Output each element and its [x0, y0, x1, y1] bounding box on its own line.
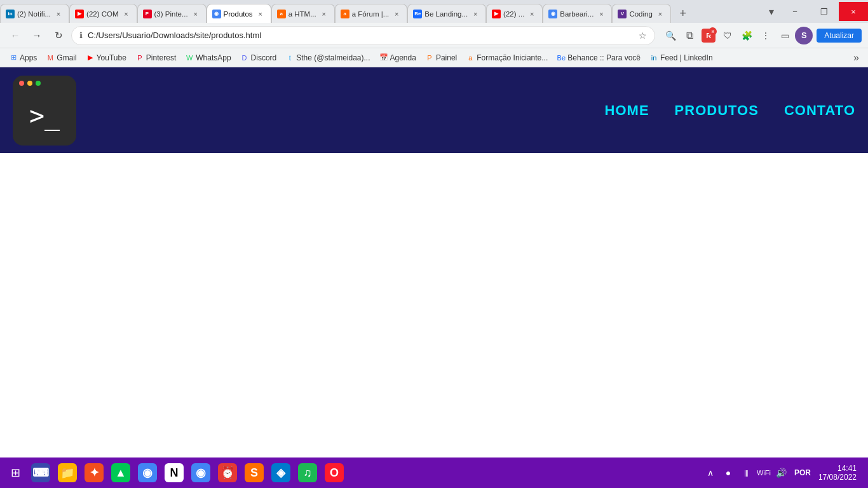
taskbar-app-keyboard[interactable]: ⌨: [28, 460, 53, 485]
tab-bar: in(2) Notifi...×▶(22) COM×P(3) Pinte...×…: [0, 0, 868, 23]
search-icon[interactable]: 🔍: [661, 27, 679, 44]
tab-favicon: ◉: [212, 10, 221, 18]
taskbar-app-chrome[interactable]: ◉: [135, 460, 160, 485]
tab-tab10[interactable]: VCoding×: [612, 4, 670, 23]
profile-dropdown-button[interactable]: ▾: [763, 4, 780, 19]
taskbar-tray: ∧ ● ||| WiFi 🔊 POR 14:41 17/08/2022: [703, 464, 864, 482]
nav-home[interactable]: HOME: [605, 102, 649, 119]
shield-icon[interactable]: 🛡: [719, 27, 736, 44]
update-button[interactable]: Atualizar: [817, 29, 862, 43]
terminal-symbol: >_: [29, 101, 60, 130]
tab-close-button[interactable]: ×: [391, 9, 402, 19]
tab-tab9[interactable]: ◉Barbeari...×: [543, 4, 612, 23]
keyboard-icon: ⌨: [31, 463, 50, 482]
puzzle-icon[interactable]: 🧩: [738, 27, 756, 44]
address-text: C:/Users/Usuario/Downloads/site/produtos…: [88, 30, 634, 40]
minimize-button[interactable]: −: [780, 2, 810, 21]
bookmark-icon: P: [135, 53, 144, 62]
clock-app-icon: ⏰: [218, 463, 237, 482]
taskbar-app-chrome2[interactable]: ◉: [188, 460, 214, 485]
profile-avatar[interactable]: S: [795, 27, 813, 44]
bookmark-item[interactable]: BeBehance :: Para você: [553, 50, 644, 65]
maximize-button[interactable]: ❐: [810, 2, 839, 21]
taskbar-app-spotify[interactable]: ♫: [295, 460, 320, 485]
nav-produtos[interactable]: PRODUTOS: [675, 102, 759, 119]
bookmark-item[interactable]: DDiscord: [236, 50, 281, 65]
tab-close-button[interactable]: ×: [655, 9, 665, 19]
tab-favicon: a: [341, 10, 349, 18]
tab-favicon: V: [618, 10, 627, 18]
taskbar-app-figma[interactable]: ✦: [81, 460, 107, 485]
nav-contato[interactable]: CONTATO: [784, 102, 855, 119]
taskbar-app-sublime[interactable]: S: [241, 460, 267, 485]
taskbar-app-vectornator[interactable]: ▲: [108, 460, 133, 485]
protocol-icon: ℹ: [79, 30, 83, 40]
dot-yellow: [27, 81, 32, 86]
dot-green: [36, 81, 41, 86]
tab-title: Be Landing...: [424, 10, 468, 18]
bookmark-item[interactable]: MGmail: [42, 50, 80, 65]
tray-volume-icon[interactable]: 🔊: [774, 465, 789, 480]
forward-button[interactable]: →: [28, 27, 46, 44]
bookmark-item[interactable]: WWhatsApp: [181, 50, 234, 65]
back-button[interactable]: ←: [6, 27, 24, 44]
taskbar-app-notion[interactable]: N: [161, 460, 187, 485]
tab-tab8[interactable]: ▶(22) ...×: [486, 4, 543, 23]
bookmark-item[interactable]: aFormação Iniciante...: [462, 50, 552, 65]
start-button[interactable]: ⊞: [4, 461, 27, 484]
tab-close-button[interactable]: ×: [470, 9, 480, 19]
taskbar-app-opera[interactable]: O: [322, 460, 347, 485]
bookmark-item[interactable]: PPinterest: [132, 50, 180, 65]
bookmark-item[interactable]: 📅Agenda: [376, 50, 420, 65]
close-button[interactable]: ×: [839, 2, 868, 21]
tab-title: Coding: [629, 10, 652, 18]
bookmarks-more-button[interactable]: »: [850, 51, 863, 65]
taskbar-app-file-explorer[interactable]: 📁: [55, 460, 80, 485]
tab-tab6[interactable]: aa Fórum |...×: [335, 4, 408, 23]
taskbar-app-vscode[interactable]: ◈: [268, 460, 294, 485]
extensions-icon[interactable]: ⧉: [681, 27, 698, 44]
tab-tab3[interactable]: P(3) Pinte...×: [137, 4, 207, 23]
tab-close-button[interactable]: ×: [121, 9, 132, 19]
tray-signal-icon[interactable]: |||: [738, 465, 754, 480]
tab-tab5[interactable]: aa HTM...×: [271, 4, 335, 23]
tab-close-button[interactable]: ×: [191, 9, 201, 19]
bookmark-icon: a: [466, 53, 475, 62]
tab-close-button[interactable]: ×: [255, 9, 266, 19]
taskbar-app-clock-app[interactable]: ⏰: [215, 460, 240, 485]
tray-arrow-icon[interactable]: ∧: [703, 465, 718, 480]
sublime-icon: S: [245, 463, 264, 482]
tab-tab2[interactable]: ▶(22) COM×: [69, 4, 137, 23]
tray-language[interactable]: POR: [792, 468, 813, 477]
reload-button[interactable]: ↻: [50, 27, 67, 44]
address-input-wrap[interactable]: ℹ C:/Users/Usuario/Downloads/site/produt…: [71, 26, 655, 45]
star-icon[interactable]: ☆: [639, 30, 647, 41]
tray-wifi-icon[interactable]: WiFi: [756, 465, 771, 480]
tab-close-button[interactable]: ×: [319, 9, 329, 19]
bookmark-item[interactable]: ▶YouTube: [82, 50, 130, 65]
tab-title: Barbeari...: [560, 10, 593, 18]
bookmark-icon: 📅: [379, 53, 388, 62]
bookmark-item[interactable]: tSthe (@stalmeidaa)...: [281, 50, 374, 65]
bookmark-label: Formação Iniciante...: [477, 53, 548, 62]
tab-close-button[interactable]: ×: [596, 9, 606, 19]
tray-circle-icon[interactable]: ●: [721, 465, 736, 480]
tab-tab4[interactable]: ◉Produtos×: [207, 4, 271, 23]
dot-red: [19, 81, 24, 86]
tab-favicon: ◉: [548, 10, 557, 18]
bookmark-item[interactable]: ⊞Apps: [5, 50, 41, 65]
sidebar-icon[interactable]: ▭: [776, 27, 794, 44]
tray-clock[interactable]: 14:41 17/08/2022: [816, 464, 859, 482]
tab-tab1[interactable]: in(2) Notifi...×: [0, 4, 69, 23]
bookmark-item[interactable]: PPainel: [421, 50, 461, 65]
menu-icon[interactable]: ⋮: [757, 27, 775, 44]
add-tab-button[interactable]: +: [674, 4, 693, 23]
tab-favicon: a: [277, 10, 286, 18]
bookmark-item[interactable]: inFeed | LinkedIn: [646, 50, 717, 65]
extension-icon-1[interactable]: R 8: [700, 27, 717, 44]
tab-close-button[interactable]: ×: [527, 9, 537, 19]
tab-close-button[interactable]: ×: [53, 9, 64, 19]
tab-tab7[interactable]: BeBe Landing...×: [407, 4, 486, 23]
vscode-icon: ◈: [271, 463, 290, 482]
address-bar: ← → ↻ ℹ C:/Users/Usuario/Downloads/site/…: [0, 23, 868, 48]
